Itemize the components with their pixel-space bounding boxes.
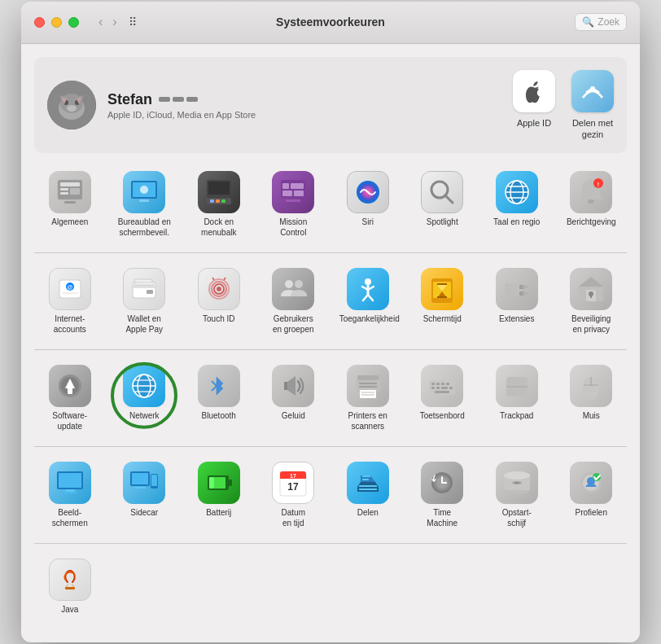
icons-bottom: Java	[34, 554, 627, 620]
siri-item[interactable]: Siri	[332, 166, 404, 243]
divider-1	[34, 252, 627, 253]
svg-text:17: 17	[288, 481, 300, 493]
svg-rect-100	[361, 394, 374, 396]
dock-label: Dock enmenubalk	[201, 217, 236, 238]
family-share-icon	[571, 70, 614, 112]
printers-icon	[347, 365, 389, 407]
svg-rect-104	[441, 383, 444, 385]
toegankelijkheid-item[interactable]: Toegankelijkheid	[332, 263, 404, 340]
apple-id-button[interactable]: Apple ID	[513, 70, 555, 141]
bluetooth-item[interactable]: Bluetooth	[183, 360, 255, 436]
taal-item[interactable]: Taal en regio	[481, 166, 553, 243]
trackpad-label: Trackpad	[500, 410, 533, 421]
berichtgeving-item[interactable]: ! Berichtgeving	[556, 166, 628, 243]
wallet-label: Wallet enApple Pay	[125, 313, 163, 335]
spotlight-item[interactable]: Spotlight	[407, 166, 479, 243]
icons-row-2: @ Internet-accounts	[34, 263, 627, 340]
svg-rect-108	[441, 387, 448, 389]
trackpad-item[interactable]: Trackpad	[481, 360, 553, 436]
datum-item[interactable]: 17 17 Datumen tijd	[258, 457, 330, 533]
svg-rect-31	[282, 191, 292, 196]
svg-line-60	[224, 278, 225, 280]
svg-point-20	[140, 186, 148, 194]
dock-icon	[198, 171, 240, 213]
svg-rect-16	[64, 201, 76, 204]
netwerk-label: Netwerk	[129, 410, 160, 421]
software-item[interactable]: Software-update	[34, 360, 106, 436]
taal-icon	[496, 171, 538, 213]
avatar	[47, 81, 96, 129]
java-item[interactable]: Java	[34, 554, 106, 620]
beeldschermen-label: Beeld-schermen	[52, 507, 88, 528]
gebruikers-item[interactable]: Gebruikersen groepen	[258, 263, 330, 340]
icons-row-3: Software-update	[34, 360, 627, 436]
sidecar-item[interactable]: Sidecar	[109, 457, 181, 533]
svg-rect-30	[291, 183, 304, 189]
search-box[interactable]: 🔍 Zoek	[575, 13, 627, 31]
profielen-item[interactable]: Profielen	[556, 457, 628, 533]
close-button[interactable]	[34, 17, 45, 28]
svg-rect-85	[68, 388, 72, 394]
geluid-label: Geluid	[282, 410, 305, 421]
content-area: Stefan Apple ID, iCloud, Media en App St…	[21, 44, 640, 643]
toegankelijkheid-label: Toegankelijkheid	[339, 313, 396, 324]
timemachine-label: TimeMachine	[427, 507, 457, 528]
svg-rect-96	[359, 383, 377, 384]
profielen-label: Profielen	[576, 507, 607, 518]
divider-3	[34, 446, 627, 447]
touchid-item[interactable]: Touch ID	[183, 263, 255, 340]
svg-rect-32	[294, 191, 304, 196]
algemeen-item[interactable]: Algemeen	[34, 166, 106, 243]
family-share-button[interactable]: Delen met gezin	[571, 70, 614, 141]
delen-item[interactable]: Delen	[332, 457, 404, 533]
muis-icon	[570, 365, 612, 407]
beveiliging-item[interactable]: Beveiligingen privacy	[556, 263, 628, 340]
svg-marker-79	[579, 277, 603, 287]
svg-rect-102	[431, 383, 435, 385]
wallet-icon	[123, 268, 165, 310]
mission-item[interactable]: MissionControl	[258, 166, 330, 243]
svg-line-68	[368, 295, 373, 300]
back-arrow[interactable]: ‹	[95, 13, 106, 31]
toetsenbord-item[interactable]: Toetsenbord	[407, 360, 479, 436]
netwerk-item[interactable]: Netwerk	[109, 360, 181, 436]
svg-point-58	[217, 287, 221, 291]
beeldschermen-icon	[49, 462, 91, 504]
svg-rect-25	[210, 199, 214, 203]
schermtijd-icon	[421, 268, 463, 310]
internet-item[interactable]: @ Internet-accounts	[34, 263, 106, 340]
bureaublad-item[interactable]: Bureaublad enschermbeveil.	[109, 166, 181, 243]
gebruikers-icon	[272, 268, 314, 310]
profile-info: Stefan Apple ID, iCloud, Media en App St…	[107, 91, 513, 120]
printers-item[interactable]: Printers enscanners	[332, 360, 404, 436]
svg-rect-124	[151, 475, 157, 486]
sidecar-label: Sidecar	[130, 507, 158, 518]
geluid-icon	[272, 365, 314, 407]
batterij-item[interactable]: Batterij	[183, 457, 255, 533]
svg-rect-43	[588, 199, 594, 204]
minimize-button[interactable]	[51, 17, 62, 28]
java-icon	[49, 559, 91, 601]
traffic-lights	[34, 17, 79, 28]
maximize-button[interactable]	[68, 17, 79, 28]
software-label: Software-update	[52, 410, 87, 432]
extensies-item[interactable]: Extensies	[481, 263, 553, 340]
batterij-icon	[198, 462, 240, 504]
svg-rect-73	[505, 283, 521, 296]
opstartschijf-item[interactable]: Opstart-schijf	[481, 457, 553, 533]
beeldschermen-item[interactable]: Beeld-schermen	[34, 457, 106, 533]
sidecar-icon	[123, 462, 165, 504]
grid-icon[interactable]: ⠿	[129, 15, 137, 28]
svg-point-61	[285, 280, 293, 288]
dock-item[interactable]: Dock enmenubalk	[183, 166, 255, 243]
geluid-item[interactable]: Geluid	[258, 360, 330, 436]
timemachine-item[interactable]: TimeMachine	[407, 457, 479, 533]
schermtijd-item[interactable]: Schermtijd	[407, 263, 479, 340]
svg-rect-109	[449, 387, 453, 389]
svg-rect-121	[132, 473, 148, 484]
wallet-item[interactable]: Wallet enApple Pay	[109, 263, 181, 340]
muis-item[interactable]: Muis	[556, 360, 628, 436]
search-icon: 🔍	[582, 16, 594, 28]
profile-subtitle: Apple ID, iCloud, Media en App Store	[107, 110, 513, 120]
forward-arrow[interactable]: ›	[109, 13, 120, 31]
